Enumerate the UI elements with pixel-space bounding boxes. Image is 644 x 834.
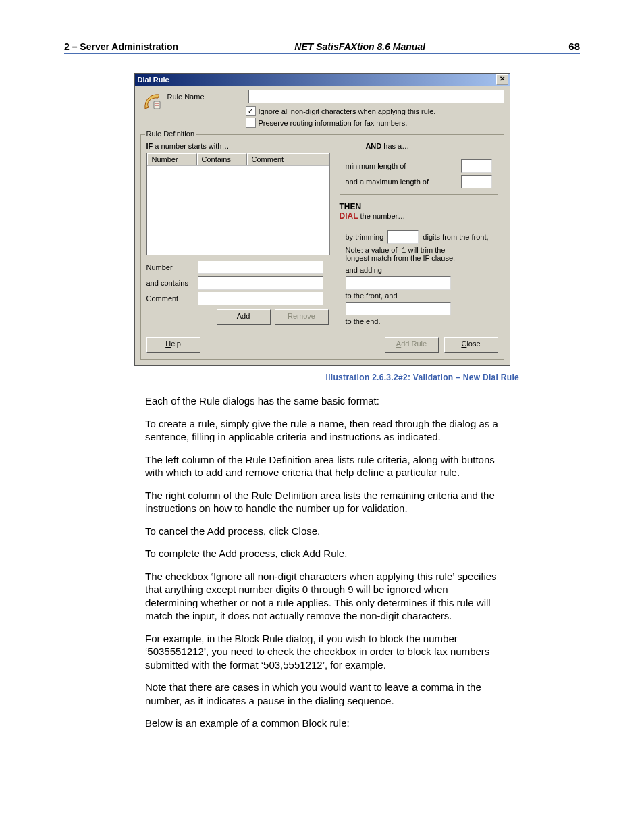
add-criteria-button[interactable]: Add bbox=[217, 309, 271, 325]
para-6: To complete the Add process, click Add R… bbox=[64, 547, 580, 561]
trim-note-2: longest match from the IF clause. bbox=[346, 254, 492, 262]
illustration-caption: Illustration 2.6.3.2#2: Validation – New… bbox=[64, 373, 519, 382]
and-label: AND bbox=[365, 142, 381, 150]
para-1: Each of the Rule dialogs has the same ba… bbox=[64, 394, 580, 408]
if-text: a number starts with… bbox=[153, 142, 229, 150]
trim-input[interactable] bbox=[387, 230, 419, 244]
adding-label: and adding bbox=[346, 266, 492, 274]
body-text: Each of the Rule dialogs has the same ba… bbox=[64, 394, 580, 730]
dial-text: the number… bbox=[358, 212, 406, 220]
close-icon[interactable]: ✕ bbox=[496, 74, 508, 85]
to-end-label: to the end. bbox=[346, 317, 492, 325]
min-length-label: minimum length of bbox=[346, 162, 457, 170]
trim-note-1: Note: a value of -1 will trim the bbox=[346, 246, 492, 254]
criteria-listview[interactable]: Number Contains Comment bbox=[146, 153, 330, 255]
header-page-number: 68 bbox=[568, 41, 580, 52]
para-8: For example, in the Block Rule dialog, i… bbox=[64, 632, 580, 672]
number-input[interactable] bbox=[198, 261, 323, 274]
para-10: Below is an example of a common Block ru… bbox=[64, 716, 580, 730]
preserve-routing-label: Preserve routing information for fax num… bbox=[259, 119, 408, 127]
dialog-title: Dial Rule bbox=[138, 76, 169, 84]
close-button[interactable]: Close bbox=[444, 337, 498, 353]
remove-criteria-button[interactable]: Remove bbox=[275, 309, 329, 325]
add-front-input[interactable] bbox=[346, 276, 451, 290]
to-front-label: to the front, and bbox=[346, 292, 492, 300]
help-button[interactable]: Help bbox=[146, 337, 200, 353]
add-end-input[interactable] bbox=[346, 302, 451, 315]
min-length-input[interactable] bbox=[461, 159, 492, 173]
comment-label: Comment bbox=[146, 294, 194, 303]
ignore-nondigit-checkbox[interactable]: ✓ bbox=[246, 106, 256, 116]
dial-box: by trimming digits from the front, Note:… bbox=[340, 224, 498, 330]
lv-col-comment[interactable]: Comment bbox=[247, 153, 329, 165]
page-header: 2 – Server Administration NET SatisFAXti… bbox=[64, 41, 580, 54]
para-3: The left column of the Rule Definition a… bbox=[64, 453, 580, 479]
number-label: Number bbox=[146, 263, 194, 271]
preserve-routing-checkbox[interactable] bbox=[246, 118, 256, 128]
para-9: Note that there are cases in which you w… bbox=[64, 681, 580, 707]
add-rule-button[interactable]: Add Rule bbox=[385, 337, 439, 353]
ignore-nondigit-label: Ignore all non-digit characters when app… bbox=[259, 107, 436, 115]
and-text: has a… bbox=[381, 142, 409, 150]
lv-col-contains[interactable]: Contains bbox=[197, 153, 247, 165]
length-box: minimum length of and a maximum length o… bbox=[340, 153, 498, 195]
header-title: NET SatisFAXtion 8.6 Manual bbox=[294, 41, 425, 52]
rule-name-label: Rule Name bbox=[165, 93, 242, 101]
contains-input[interactable] bbox=[198, 276, 323, 290]
para-7: The checkbox ‘Ignore all non-digit chara… bbox=[64, 570, 580, 623]
para-2: To create a rule, simply give the rule a… bbox=[64, 417, 580, 444]
phone-hand-icon bbox=[140, 90, 165, 114]
lv-col-number[interactable]: Number bbox=[147, 153, 197, 165]
if-label: IF bbox=[146, 142, 153, 150]
rule-definition-legend: Rule Definition bbox=[145, 130, 196, 138]
trim-label-b: digits from the front, bbox=[423, 233, 488, 241]
max-length-label: and a maximum length of bbox=[346, 178, 457, 186]
rule-name-input[interactable] bbox=[248, 90, 504, 103]
comment-input[interactable] bbox=[198, 292, 323, 305]
dialog-titlebar[interactable]: Dial Rule ✕ bbox=[135, 74, 510, 86]
rule-definition-group: Rule Definition IF a number starts with…… bbox=[140, 134, 504, 360]
then-label: THEN bbox=[340, 202, 498, 211]
max-length-input[interactable] bbox=[461, 175, 492, 188]
header-section: 2 – Server Administration bbox=[64, 41, 178, 52]
contains-label: and contains bbox=[146, 279, 194, 287]
trim-label-a: by trimming bbox=[346, 233, 384, 241]
dial-rule-dialog: Dial Rule ✕ Rule Name bbox=[134, 73, 510, 366]
dial-label: DIAL bbox=[340, 211, 358, 221]
para-5: To cancel the Add process, click Close. bbox=[64, 525, 580, 538]
help-button-text: elp bbox=[171, 340, 181, 348]
para-4: The right column of the Rule Definition … bbox=[64, 489, 580, 515]
